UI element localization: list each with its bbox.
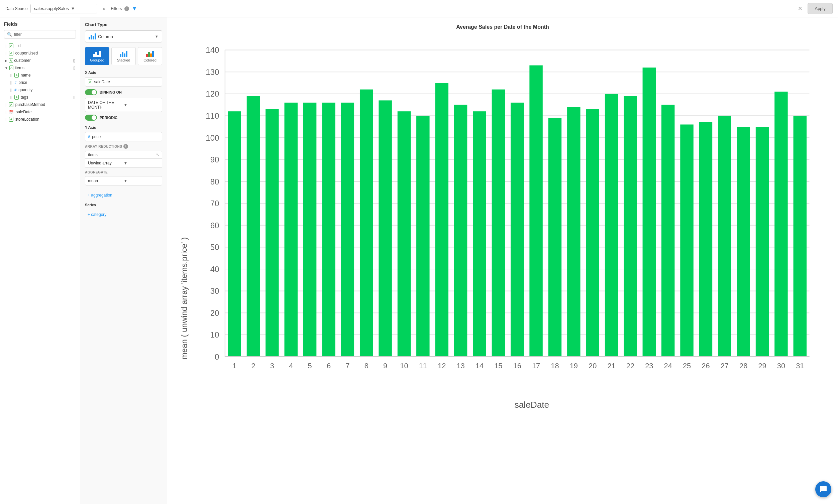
x-axis-title-text: saleDate [514, 400, 549, 410]
stacked-chart-icon [120, 50, 127, 57]
field-name-id: _id [15, 43, 75, 48]
x-field-type-icon: A [88, 79, 92, 84]
expand-array-icon[interactable]: ⤡ [156, 152, 159, 157]
x-axis-field[interactable]: A saleDate [85, 77, 162, 87]
svg-rect-82 [718, 115, 731, 357]
array-reductions-info-icon: i [123, 144, 128, 149]
unwind-dropdown[interactable]: Unwind array ▼ [85, 159, 162, 168]
svg-rect-44 [360, 90, 373, 357]
field-name-purchasemethod: purchaseMethod [15, 102, 75, 107]
chat-icon [819, 485, 827, 493]
bar-chart: mean ( unwind array 'items.price' ) 0102… [174, 35, 831, 415]
field-item-id[interactable]: || A _id [4, 42, 76, 50]
field-name-tags: tags [21, 95, 72, 100]
binning-toggle[interactable] [85, 89, 97, 95]
y-field-name: price [92, 134, 159, 139]
field-item-purchasemethod[interactable]: || A purchaseMethod [4, 101, 76, 108]
add-aggregation-button[interactable]: + aggregation [85, 190, 162, 200]
svg-text:80: 80 [210, 177, 220, 186]
svg-rect-56 [473, 111, 486, 357]
chat-bubble-button[interactable] [815, 481, 831, 497]
apply-button[interactable]: Apply [807, 3, 833, 14]
svg-text:11: 11 [419, 362, 427, 370]
svg-text:30: 30 [777, 362, 785, 370]
svg-rect-36 [284, 103, 297, 357]
field-name-customer: customer [14, 58, 72, 63]
svg-rect-72 [624, 96, 637, 357]
search-icon: 🔍 [7, 32, 12, 37]
svg-text:6: 6 [327, 362, 331, 370]
svg-rect-78 [680, 125, 693, 357]
datasource-dropdown[interactable]: sales.supplySales ▼ [31, 4, 97, 13]
mode-colored-button[interactable]: Colored [138, 47, 162, 65]
add-category-button[interactable]: + category [85, 210, 162, 220]
field-item-name[interactable]: || A name [10, 72, 76, 79]
y-axis-title: Y Axis [85, 125, 162, 129]
fields-search-input[interactable] [14, 32, 73, 37]
field-item-quantity[interactable]: || # quantity [10, 86, 76, 94]
svg-rect-88 [774, 92, 787, 357]
svg-text:24: 24 [664, 362, 672, 370]
svg-rect-68 [586, 109, 599, 357]
field-name-quantity: quantity [18, 88, 75, 92]
y-axis-field[interactable]: # price [85, 132, 162, 141]
chart-title: Average Sales per Date of the Month [174, 24, 831, 30]
field-name-storelocation: storeLocation [15, 117, 75, 122]
type-icon-price: # [14, 80, 16, 85]
series-title: Series [85, 203, 162, 207]
svg-text:17: 17 [532, 362, 540, 370]
arrow-right-icon: » [103, 6, 106, 12]
type-icon-storelocation: A [9, 117, 13, 122]
svg-text:29: 29 [758, 362, 766, 370]
date-option-dropdown[interactable]: DATE OF THE MONTH ▼ [85, 98, 162, 112]
svg-text:60: 60 [210, 221, 220, 230]
binning-label: BINNING ON [100, 90, 122, 94]
field-name-name: name [21, 73, 75, 77]
svg-text:20: 20 [589, 362, 597, 370]
filter-clear-button[interactable]: ✕ [798, 5, 802, 12]
vbar-icon: || [10, 95, 12, 99]
fields-search-box[interactable]: 🔍 [4, 30, 76, 39]
svg-text:5: 5 [308, 362, 312, 370]
svg-rect-48 [398, 111, 411, 357]
svg-rect-38 [303, 103, 316, 357]
chart-mode-buttons: Grouped Stacked Colored [85, 47, 162, 65]
field-item-couponused[interactable]: || A couponUsed [4, 50, 76, 57]
chart-type-arrow-icon: ▼ [155, 34, 158, 38]
chart-type-label: Column [98, 34, 153, 39]
svg-rect-52 [435, 83, 448, 357]
svg-rect-84 [737, 127, 750, 357]
mode-stacked-button[interactable]: Stacked [111, 47, 136, 65]
badge-items: [] [73, 66, 75, 70]
field-name-items: items [15, 66, 72, 70]
aggregate-dropdown[interactable]: mean ▼ [85, 176, 162, 185]
top-bar: Data Source sales.supplySales ▼ » Filter… [0, 0, 838, 17]
chart-type-dropdown[interactable]: Column ▼ [85, 31, 162, 42]
vbar-icon: || [5, 103, 6, 107]
aggregate-arrow-icon: ▼ [124, 179, 159, 183]
svg-text:100: 100 [206, 133, 219, 142]
periodic-toggle[interactable] [85, 115, 97, 121]
y-axis-title-text: mean ( unwind array 'items.price' ) [179, 237, 189, 360]
svg-text:90: 90 [210, 155, 220, 164]
chart-container: mean ( unwind array 'items.price' ) 0102… [174, 35, 831, 416]
field-item-storelocation[interactable]: || A storeLocation [4, 115, 76, 123]
field-group-customer[interactable]: ▶ A customer {} [4, 57, 76, 64]
svg-text:31: 31 [796, 362, 804, 370]
svg-text:15: 15 [494, 362, 502, 370]
vbar-icon: || [10, 81, 12, 85]
field-item-tags[interactable]: || A tags [] [10, 94, 76, 101]
field-item-saledate[interactable]: || 📅 saleDate [4, 108, 76, 115]
field-group-items[interactable]: ▼ A items [] [4, 64, 76, 72]
svg-rect-30 [228, 111, 241, 357]
svg-text:3: 3 [270, 362, 274, 370]
svg-text:2: 2 [251, 362, 255, 370]
svg-text:14: 14 [475, 362, 484, 370]
mode-grouped-button[interactable]: Grouped [85, 47, 109, 65]
type-icon-quantity: # [14, 88, 16, 92]
filter-funnel-icon: ▼ [132, 6, 137, 12]
unwind-value: Unwind array [88, 161, 124, 165]
svg-rect-50 [416, 115, 430, 357]
field-item-price[interactable]: || # price [10, 79, 76, 86]
field-name-saledate: saleDate [16, 110, 75, 114]
